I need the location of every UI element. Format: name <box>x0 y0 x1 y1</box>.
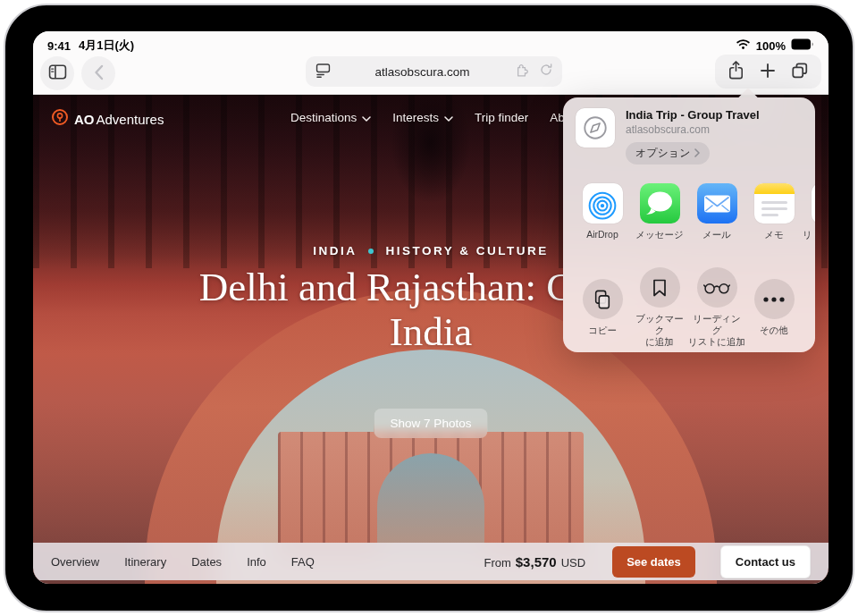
nav-interests[interactable]: Interests <box>392 111 453 124</box>
ellipsis-icon <box>754 279 795 319</box>
share-target-airdrop[interactable]: AirDrop <box>574 183 631 240</box>
status-time: 9:41 <box>47 39 71 53</box>
share-sheet-popover: India Trip - Group Travel atlasobscura.c… <box>563 97 815 352</box>
trip-footer-bar: Overview Itinerary Dates Info FAQ From $… <box>33 543 829 580</box>
share-icon <box>728 60 744 83</box>
url-text[interactable]: atlasobscura.com <box>332 65 513 79</box>
new-tab-button[interactable] <box>758 61 778 83</box>
share-apps-row: AirDrop メッセージ メール <box>574 183 815 240</box>
notes-yellow-band <box>754 183 795 194</box>
action-copy[interactable]: コピー <box>574 267 631 348</box>
chevron-down-icon <box>362 111 371 124</box>
extensions-puzzle-icon[interactable] <box>513 63 528 81</box>
safari-chrome: 9:41 4月1日(火) 100% <box>33 31 829 95</box>
chevron-down-icon <box>444 111 453 124</box>
contact-us-button[interactable]: Contact us <box>720 545 811 578</box>
mail-icon <box>697 183 737 224</box>
sidebar-icon <box>48 64 67 82</box>
status-date: 4月1日(火) <box>79 38 134 54</box>
share-sheet-header: India Trip - Group Travel atlasobscura.c… <box>563 97 815 165</box>
bookmark-icon <box>640 267 680 308</box>
site-nav: Destinations Interests Trip finder About <box>290 111 582 124</box>
footer-link-info[interactable]: Info <box>247 555 266 569</box>
nav-trip-finder[interactable]: Trip finder <box>475 111 528 124</box>
share-actions-row: コピー ブックマーク に追加 リーディング リストに追加 <box>574 267 815 348</box>
ipad-device-frame: 9:41 4月1日(火) 100% <box>4 4 854 612</box>
chevron-left-icon <box>94 64 104 83</box>
copy-icon <box>583 279 623 319</box>
battery-icon <box>791 38 814 53</box>
dot-separator-icon <box>368 249 374 254</box>
notes-icon <box>754 183 795 224</box>
share-target-messages[interactable]: メッセージ <box>631 183 688 240</box>
battery-percent: 100% <box>756 39 786 53</box>
safari-compass-icon <box>576 108 615 148</box>
show-photos-button[interactable]: Show 7 Photos <box>374 409 488 438</box>
logo-mark-icon <box>51 108 69 130</box>
action-more[interactable]: その他 <box>745 267 803 348</box>
nav-destinations[interactable]: Destinations <box>290 111 371 124</box>
tabs-icon <box>791 62 809 82</box>
airdrop-icon <box>583 183 623 224</box>
logo-text-bold: AO <box>74 112 95 127</box>
toolbar-right-group <box>715 55 821 89</box>
footer-link-dates[interactable]: Dates <box>191 555 222 569</box>
sidebar-toggle-button[interactable] <box>40 56 74 90</box>
page-format-icon[interactable] <box>315 63 332 81</box>
plus-icon <box>760 63 776 81</box>
share-target-notes[interactable]: メモ <box>745 183 803 240</box>
price-prefix: From <box>484 556 510 570</box>
category-india[interactable]: INDIA <box>313 244 357 257</box>
ipad-screen: 9:41 4月1日(火) 100% <box>33 31 829 584</box>
price-amount: $3,570 <box>516 554 557 570</box>
action-add-reading-list[interactable]: リーディング リストに追加 <box>688 267 745 348</box>
footer-link-overview[interactable]: Overview <box>51 555 99 569</box>
action-add-bookmark[interactable]: ブックマーク に追加 <box>631 267 688 348</box>
see-dates-button[interactable]: See dates <box>612 546 695 578</box>
address-bar[interactable]: atlasobscura.com <box>306 56 562 87</box>
price-currency: USD <box>561 556 585 570</box>
footer-link-faq[interactable]: FAQ <box>291 555 315 569</box>
tab-overview-button[interactable] <box>789 60 811 84</box>
footer-link-itinerary[interactable]: Itinerary <box>124 555 166 569</box>
screenshot-stage: 9:41 4月1日(火) 100% <box>0 0 858 616</box>
back-button[interactable] <box>81 56 115 90</box>
messages-icon <box>640 183 680 224</box>
share-target-reminders-partial[interactable]: リ <box>803 183 815 240</box>
price-group: From $3,570 USD <box>484 554 585 570</box>
logo-text-rest: Adventures <box>97 112 164 127</box>
share-options-button[interactable]: オプション <box>626 142 710 165</box>
share-target-mail[interactable]: メール <box>688 183 745 240</box>
category-history-culture[interactable]: HISTORY & CULTURE <box>385 244 548 257</box>
share-button[interactable] <box>726 58 746 85</box>
reminders-icon <box>812 183 816 224</box>
shared-page-title: India Trip - Group Travel <box>626 108 760 122</box>
site-logo[interactable]: AO Adventures <box>51 108 164 130</box>
shared-page-domain: atlasobscura.com <box>626 123 760 136</box>
status-bar: 9:41 4月1日(火) 100% <box>33 37 829 55</box>
reload-icon[interactable] <box>539 63 553 80</box>
wifi-icon <box>736 38 751 53</box>
chevron-right-icon <box>694 148 700 160</box>
glasses-icon <box>697 267 737 308</box>
